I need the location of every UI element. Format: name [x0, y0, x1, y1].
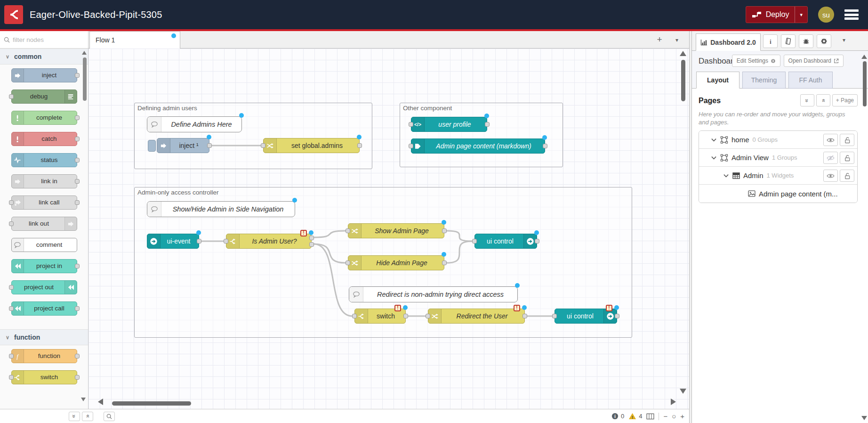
node-hide-admin[interactable]: Hide Admin Page — [348, 255, 444, 270]
node-admin-content[interactable]: Admin page content (markdown) — [411, 138, 545, 154]
flow-list-button[interactable]: ▾ — [671, 34, 683, 46]
deploy-button[interactable]: Deploy ▾ — [746, 6, 808, 23]
node-switch1[interactable]: switch! — [354, 309, 406, 324]
canvas-scroll-up[interactable] — [680, 51, 686, 56]
palette-node-debug[interactable]: debug — [11, 89, 77, 104]
lock-toggle-button[interactable] — [840, 134, 854, 146]
output-port[interactable] — [75, 354, 80, 358]
output-port[interactable] — [535, 239, 539, 244]
node-set-admins[interactable]: set global.admins — [263, 138, 360, 153]
input-port[interactable] — [9, 375, 14, 380]
input-port[interactable] — [9, 200, 14, 205]
expand-all-pages-button[interactable]: » — [816, 94, 830, 106]
filter-nodes-input[interactable] — [13, 36, 74, 43]
chevron-down-icon[interactable] — [723, 174, 729, 178]
input-port[interactable] — [9, 94, 14, 99]
node-ui-control-1[interactable]: ui control — [474, 234, 537, 249]
node-comment-shownav[interactable]: Show/Hide Admin in Side Navigation — [147, 201, 295, 217]
output-port[interactable] — [75, 264, 80, 268]
output-port[interactable] — [522, 314, 527, 318]
output-port[interactable] — [75, 158, 80, 163]
node-user-profile[interactable]: </>user profile — [411, 117, 487, 132]
input-port[interactable] — [426, 314, 430, 318]
lock-toggle-button[interactable] — [840, 152, 854, 164]
edit-settings-button[interactable]: Edit Settings — [732, 55, 780, 67]
palette-node-inject[interactable]: inject — [11, 68, 77, 82]
palette-node-project-call[interactable]: project call — [11, 301, 77, 316]
info-count-icon[interactable]: i — [611, 413, 619, 420]
palette-node-link-out[interactable]: link out — [11, 217, 77, 231]
output-port-1[interactable] — [309, 236, 314, 240]
deploy-options-caret[interactable]: ▾ — [795, 7, 807, 23]
node-comment-redirect[interactable]: Redirect is non-admin trying direct acce… — [349, 286, 518, 302]
input-port[interactable] — [352, 314, 357, 318]
debug-sidebar-button[interactable] — [799, 34, 813, 48]
node-show-admin[interactable]: Show Admin Page — [348, 223, 444, 238]
output-port[interactable] — [442, 260, 447, 265]
open-dashboard-button[interactable]: Open Dashboard — [784, 55, 844, 67]
tab-flow-1[interactable]: Flow 1 — [89, 31, 180, 49]
palette-node-switch[interactable]: switch — [11, 370, 77, 384]
palette-category-function[interactable]: ∨function — [0, 329, 88, 345]
palette-node-function[interactable]: ffunction — [11, 349, 77, 363]
canvas-vertical-scrollbar[interactable] — [681, 60, 685, 101]
input-port[interactable] — [224, 239, 228, 244]
node-comment-define[interactable]: Define Admins Here — [147, 116, 242, 132]
sidebar-scrollbar[interactable] — [863, 61, 867, 106]
output-port[interactable] — [207, 143, 212, 148]
input-port[interactable] — [346, 228, 350, 233]
palette-node-link-in[interactable]: link in — [11, 174, 77, 188]
visibility-toggle-button[interactable] — [823, 134, 838, 146]
palette-node-complete[interactable]: complete — [11, 111, 77, 125]
group-defining-admin-users[interactable]: Defining admin users — [134, 103, 372, 169]
output-port[interactable] — [75, 115, 80, 120]
chevron-down-icon[interactable] — [711, 138, 716, 142]
palette-scrollbar[interactable] — [83, 57, 87, 101]
input-port[interactable] — [9, 221, 14, 226]
canvas-scroll-down[interactable] — [680, 389, 686, 394]
tab-theming[interactable]: Theming — [742, 72, 786, 89]
tab-ff-auth[interactable]: FF Auth — [788, 72, 833, 89]
palette-node-comment[interactable]: comment — [11, 238, 77, 252]
palette-expand-all-button[interactable]: » — [82, 412, 93, 421]
zoom-in-button[interactable]: + — [680, 413, 684, 420]
output-port[interactable] — [485, 122, 490, 127]
info-sidebar-button[interactable]: i — [763, 34, 778, 48]
help-sidebar-button[interactable] — [781, 34, 796, 48]
canvas-horizontal-scrollbar[interactable] — [112, 401, 191, 406]
output-port[interactable] — [357, 143, 362, 148]
warning-count-icon[interactable]: ! — [628, 413, 636, 420]
flow-canvas[interactable]: Defining admin usersOther componentAdmin… — [88, 49, 689, 409]
output-port[interactable] — [75, 375, 80, 380]
output-port[interactable] — [543, 144, 547, 148]
input-port[interactable] — [9, 306, 14, 311]
palette-filter[interactable] — [0, 31, 88, 49]
output-port[interactable] — [442, 228, 447, 233]
output-port-2[interactable] — [309, 242, 314, 247]
collapse-all-pages-button[interactable]: » — [800, 94, 814, 106]
input-port[interactable] — [472, 239, 477, 244]
input-port[interactable] — [409, 144, 413, 148]
main-menu-button[interactable] — [844, 9, 859, 20]
group-other-component[interactable]: Other component — [400, 103, 563, 167]
palette-node-status[interactable]: status — [11, 153, 77, 167]
visibility-toggle-button[interactable] — [823, 152, 838, 164]
add-flow-button[interactable]: + — [653, 34, 666, 46]
output-port[interactable] — [75, 73, 80, 78]
visibility-toggle-button[interactable] — [823, 170, 838, 182]
canvas-scroll-left[interactable] — [98, 399, 103, 405]
output-port[interactable] — [403, 314, 408, 318]
palette-node-project-out[interactable]: project out — [11, 280, 77, 294]
tab-dashboard-2[interactable]: Dashboard 2.0 — [696, 33, 761, 51]
node-is-admin[interactable]: Is Admin User?! — [226, 234, 312, 249]
tab-layout[interactable]: Layout — [696, 72, 739, 89]
search-flows-button[interactable] — [104, 412, 115, 421]
sidebar-menu-caret[interactable]: ▾ — [843, 37, 845, 43]
input-port[interactable] — [9, 354, 14, 358]
input-port[interactable] — [261, 143, 265, 148]
palette-node-catch[interactable]: catch — [11, 132, 77, 146]
input-port[interactable] — [409, 122, 413, 127]
palette-category-common[interactable]: ∨common — [0, 49, 88, 65]
palette-scroll-up[interactable] — [82, 51, 87, 55]
user-avatar[interactable]: su — [818, 7, 834, 23]
